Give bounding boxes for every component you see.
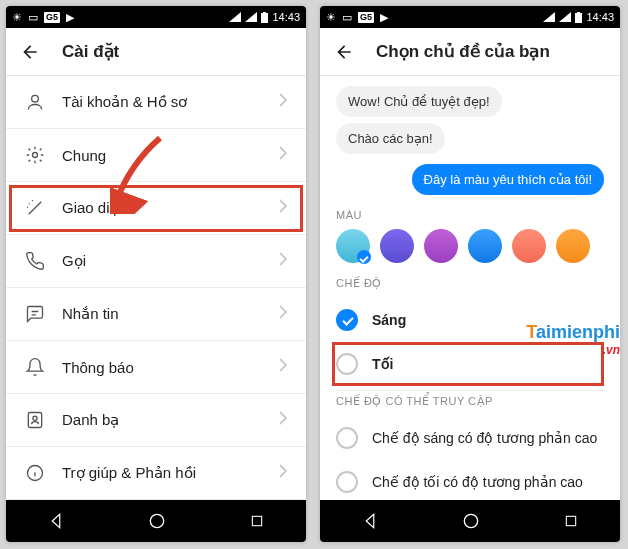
row-account[interactable]: Tài khoản & Hồ sơ [6, 76, 306, 129]
nav-home-icon[interactable] [461, 511, 481, 531]
swatch-blue[interactable] [468, 229, 502, 263]
section-color-label: MÀU [336, 209, 604, 221]
youtube-icon: ▶ [66, 11, 74, 24]
row-notifications[interactable]: Thông báo [6, 341, 306, 394]
status-time: 14:43 [272, 11, 300, 23]
battery-icon [575, 12, 582, 23]
preview-bubble-outgoing: Đây là màu yêu thích của tôi! [412, 164, 604, 195]
battery-icon [261, 12, 268, 23]
swatch-coral[interactable] [512, 229, 546, 263]
row-help[interactable]: Trợ giúp & Phản hồi [6, 447, 306, 500]
app-header: Chọn chủ đề của bạn [320, 28, 620, 76]
row-label: Giao diện [62, 199, 127, 217]
phone-right: ☀ ▭ G5 ▶ 14:43 Chọn chủ đề của bạn Wow! … [320, 6, 620, 542]
svg-rect-10 [577, 12, 580, 13]
page-title: Chọn chủ đề của bạn [376, 41, 550, 62]
svg-point-5 [33, 416, 37, 420]
mode-hc-light[interactable]: Chế độ sáng có độ tương phản cao [336, 416, 604, 460]
mode-light[interactable]: Sáng [336, 298, 604, 342]
contacts-icon [24, 410, 46, 430]
youtube-icon: ▶ [380, 11, 388, 24]
chevron-right-icon [278, 464, 288, 482]
section-a11y-label: CHẾ ĐỘ CÓ THỂ TRUY CẬP [336, 395, 604, 408]
nav-back-icon[interactable] [47, 512, 65, 530]
section-mode-label: CHẾ ĐỘ [336, 277, 604, 290]
chevron-right-icon [278, 252, 288, 270]
color-swatches [336, 229, 604, 263]
row-label: Tài khoản & Hồ sơ [62, 93, 187, 111]
back-icon[interactable] [334, 42, 354, 62]
svg-point-11 [464, 514, 477, 527]
person-icon [24, 92, 46, 112]
svg-rect-1 [263, 12, 266, 13]
chevron-right-icon [278, 358, 288, 376]
theme-body: Wow! Chủ đề tuyệt đẹp! Chào các bạn! Đây… [320, 76, 620, 500]
phone-icon [24, 251, 46, 271]
settings-list: Tài khoản & Hồ sơ Chung Giao diện [6, 76, 306, 500]
svg-rect-9 [575, 13, 582, 23]
back-icon[interactable] [20, 42, 40, 62]
chat-icon [24, 304, 46, 324]
status-bar: ☀ ▭ G5 ▶ 14:43 [6, 6, 306, 28]
swatch-orange[interactable] [556, 229, 590, 263]
chevron-right-icon [278, 146, 288, 164]
svg-point-3 [33, 153, 38, 158]
row-messaging[interactable]: Nhắn tin [6, 288, 306, 341]
badge-icon: G5 [358, 12, 374, 23]
chevron-right-icon [278, 305, 288, 323]
mode-hc-dark[interactable]: Chế độ tối có độ tương phản cao [336, 460, 604, 500]
preview-bubble-incoming: Chào các bạn! [336, 123, 445, 154]
preview-bubble-incoming: Wow! Chủ đề tuyệt đẹp! [336, 86, 502, 117]
signal-icon [559, 12, 571, 22]
badge-icon: G5 [44, 12, 60, 23]
swatch-purple[interactable] [424, 229, 458, 263]
svg-rect-12 [566, 516, 575, 525]
android-navbar [320, 500, 620, 542]
svg-point-2 [32, 95, 39, 102]
cast-icon: ▭ [28, 11, 38, 24]
swatch-indigo[interactable] [380, 229, 414, 263]
row-calling[interactable]: Gọi [6, 235, 306, 288]
mode-dark[interactable]: Tối [332, 342, 604, 386]
nav-back-icon[interactable] [361, 512, 379, 530]
chevron-right-icon [278, 199, 288, 217]
signal-icon [245, 12, 257, 22]
wand-icon [24, 198, 46, 218]
brightness-icon: ☀ [326, 11, 336, 24]
radio-icon [336, 471, 358, 493]
swatch-cyan[interactable] [336, 229, 370, 263]
status-time: 14:43 [586, 11, 614, 23]
row-label: Gọi [62, 252, 86, 270]
nav-recent-icon[interactable] [249, 513, 265, 529]
cast-icon: ▭ [342, 11, 352, 24]
android-navbar [6, 500, 306, 542]
row-label: Chung [62, 147, 106, 164]
row-label: Trợ giúp & Phản hồi [62, 464, 196, 482]
phone-left: ☀ ▭ G5 ▶ 14:43 Cài đặt Tài khoản & Hồ sơ [6, 6, 306, 542]
row-contacts[interactable]: Danh bạ [6, 394, 306, 447]
radio-icon [336, 353, 358, 375]
app-header: Cài đặt [6, 28, 306, 76]
radio-icon [336, 309, 358, 331]
nav-recent-icon[interactable] [563, 513, 579, 529]
gear-icon [24, 145, 46, 165]
row-label: Nhắn tin [62, 305, 119, 323]
nav-home-icon[interactable] [147, 511, 167, 531]
chevron-right-icon [278, 411, 288, 429]
status-bar: ☀ ▭ G5 ▶ 14:43 [320, 6, 620, 28]
info-icon [24, 463, 46, 483]
svg-point-7 [150, 514, 163, 527]
row-label: Danh bạ [62, 411, 119, 429]
signal-icon [543, 12, 555, 22]
bell-icon [24, 357, 46, 377]
brightness-icon: ☀ [12, 11, 22, 24]
row-general[interactable]: Chung [6, 129, 306, 182]
svg-rect-8 [252, 516, 261, 525]
page-title: Cài đặt [62, 41, 119, 62]
svg-rect-0 [261, 13, 268, 23]
chevron-right-icon [278, 93, 288, 111]
radio-label: Tối [372, 356, 393, 372]
divider [336, 390, 604, 391]
radio-icon [336, 427, 358, 449]
row-theme[interactable]: Giao diện [6, 182, 306, 235]
